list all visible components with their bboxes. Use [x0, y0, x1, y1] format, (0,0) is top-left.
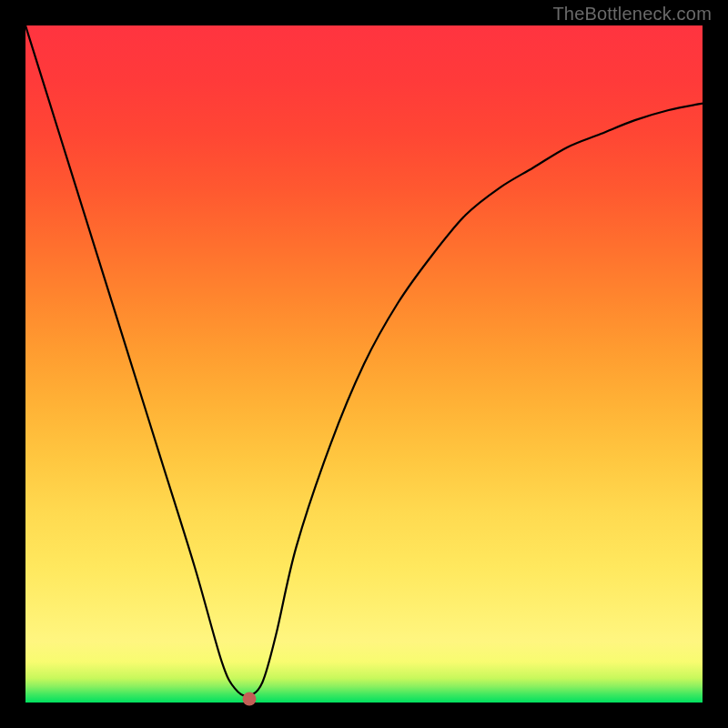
watermark-text: TheBottleneck.com [552, 4, 712, 25]
chart-curve [25, 25, 703, 703]
chart-marker-dot [242, 693, 256, 706]
chart-plot-area [25, 25, 703, 703]
